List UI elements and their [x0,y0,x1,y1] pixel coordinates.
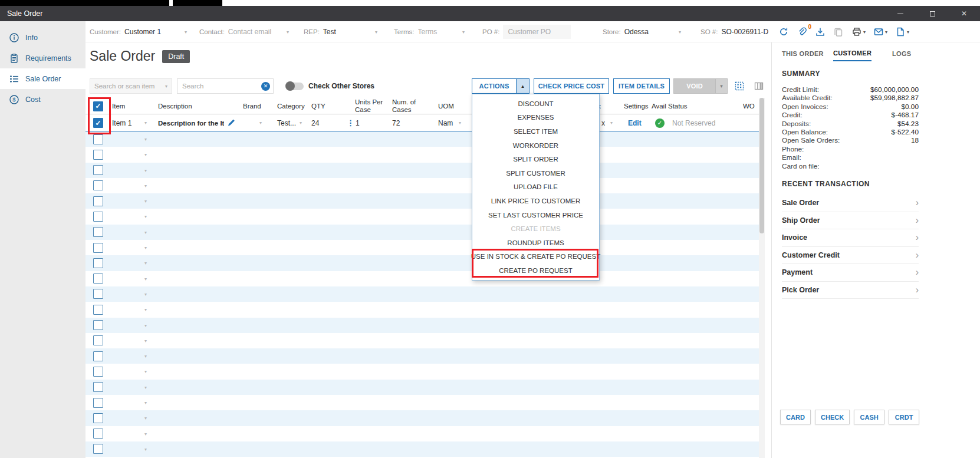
settings-edit-link[interactable]: Edit [628,114,652,131]
select-all-checkbox[interactable] [93,101,103,111]
row-checkbox[interactable] [93,227,103,237]
qty-menu-icon[interactable]: ⋮ [347,114,354,131]
edit-pencil-icon[interactable] [227,114,235,131]
row-checkbox[interactable] [93,118,103,128]
menu-item-use-in-stock-create-po-request[interactable]: USE IN STOCK & CREATE PO REQUEST [472,250,599,264]
copy-icon[interactable] [833,27,844,37]
recent-item-payment[interactable]: Payment› [782,264,919,282]
item-dropdown-caret[interactable]: ▾ [144,385,147,390]
menu-item-split-order[interactable]: SPLIT ORDER [472,152,599,166]
check-button[interactable]: CHECK [815,410,850,424]
search-input[interactable] [177,83,261,90]
row-checkbox[interactable] [93,444,103,454]
scrollbar-thumb[interactable] [759,98,764,233]
card-button[interactable]: CARD [780,410,811,424]
menu-item-split-customer[interactable]: SPLIT CUSTOMER [472,166,599,180]
item-dropdown-caret[interactable]: ▾ [144,245,147,251]
check-other-stores-toggle[interactable] [286,78,305,94]
row-checkbox[interactable] [93,429,103,439]
row-checkbox[interactable] [93,382,103,392]
item-dropdown-caret[interactable]: ▾ [144,307,147,312]
item-details-button[interactable]: ITEM DETAILS [613,78,670,94]
select-cells-icon[interactable] [734,81,745,91]
row-checkbox[interactable] [93,413,103,423]
uom-dropdown-caret[interactable]: ▾ [459,114,461,131]
row-checkbox[interactable] [93,367,103,377]
recent-item-sale-order[interactable]: Sale Order› [782,195,919,212]
new-document-icon[interactable]: ▾ [895,27,909,37]
columns-settings-icon[interactable] [754,81,764,91]
qty-cell[interactable]: 24 [311,114,335,131]
tab-this-order[interactable]: THIS ORDER [782,46,824,61]
sidebar-item-sale-order[interactable]: Sale Order [0,68,85,89]
recent-item-ship-order[interactable]: Ship Order› [782,212,919,230]
menu-item-upload-file[interactable]: UPLOAD FILE [472,180,599,195]
attachment-icon[interactable]: 0 [797,27,807,37]
row-checkbox[interactable] [93,335,103,345]
recent-item-customer-credit[interactable]: Customer Credit› [782,247,919,265]
sidebar-item-cost[interactable]: $ Cost [0,89,85,110]
row-checkbox[interactable] [93,320,103,330]
contact-dropdown[interactable]: Contact: Contact email ▾ [199,21,289,42]
item-dropdown-caret[interactable]: ▾ [144,152,147,157]
tab-logs[interactable]: LOGS [892,46,911,61]
row-checkbox[interactable] [93,243,103,253]
minimize-button[interactable] [884,6,916,21]
row-checkbox[interactable] [93,134,103,144]
vertical-scrollbar[interactable] [759,98,765,458]
close-button[interactable]: ✕ [948,6,980,21]
row-checkbox[interactable] [93,305,103,315]
item-dropdown-caret[interactable]: ▾ [144,230,147,235]
void-caret-button[interactable]: ▾ [716,78,728,94]
item-dropdown-caret[interactable]: ▾ [144,447,147,452]
email-icon[interactable]: ▾ [873,27,887,37]
row-checkbox[interactable] [93,289,103,299]
void-button[interactable]: VOID [673,78,716,94]
row-checkbox[interactable] [93,351,103,361]
store-dropdown[interactable]: Store: Odessa ▾ [603,21,681,42]
tab-customer[interactable]: CUSTOMER [833,46,872,61]
item-dropdown-caret[interactable]: ▾ [144,292,147,297]
brand-dropdown-caret[interactable]: ▾ [259,114,262,131]
category-dropdown-caret[interactable]: ▾ [300,114,302,131]
item-dropdown-caret[interactable]: ▾ [144,199,147,204]
menu-item-create-po-request[interactable]: CREATE PO REQUEST [472,263,599,278]
row-checkbox[interactable] [93,165,103,175]
item-dropdown-caret[interactable]: ▾ [144,137,147,142]
recent-item-pick-order[interactable]: Pick Order› [782,282,919,299]
menu-item-roundup-items[interactable]: ROUNDUP ITEMS [472,236,599,250]
row-checkbox[interactable] [93,150,103,160]
menu-item-expenses[interactable]: EXPENSES [472,111,599,125]
item-dropdown-caret[interactable]: ▾ [144,214,147,219]
item-dropdown-caret[interactable]: ▾ [144,276,147,282]
po-input[interactable] [503,25,571,39]
item-dropdown-caret[interactable]: ▾ [144,369,147,374]
tax-dropdown-caret[interactable]: ▾ [610,114,613,131]
actions-button[interactable]: ACTIONS [472,78,517,94]
item-dropdown-caret[interactable]: ▾ [144,168,147,173]
menu-item-link-price-to-customer[interactable]: LINK PRICE TO CUSTOMER [472,194,599,208]
terms-dropdown[interactable]: Terms: Terms ▾ [394,21,465,42]
menu-item-discount[interactable]: DISCOUNT [472,97,599,111]
row-checkbox[interactable] [93,196,103,206]
check-price-cost-button[interactable]: CHECK PRICE COST [534,78,609,94]
refresh-icon[interactable] [778,27,789,37]
item-scan-dropdown[interactable]: Search or scan item ▾ [90,78,172,94]
maximize-button[interactable] [916,6,948,21]
customer-dropdown[interactable]: Customer: Customer 1 ▾ [90,21,187,42]
clear-search-icon[interactable]: ✕ [261,82,270,91]
item-dropdown-caret[interactable]: ▾ [144,261,147,266]
actions-caret-button[interactable]: ▴ [517,78,530,94]
menu-item-select-item[interactable]: SELECT ITEM [472,124,599,139]
row-checkbox[interactable] [93,274,103,284]
item-dropdown-caret[interactable]: ▾ [144,323,147,328]
item-dropdown-caret[interactable]: ▾ [144,114,147,131]
item-dropdown-caret[interactable]: ▾ [144,416,147,421]
download-icon[interactable] [815,27,826,37]
menu-item-workorder[interactable]: WORKORDER [472,139,599,153]
item-dropdown-caret[interactable]: ▾ [144,354,147,359]
menu-item-set-last-customer-price[interactable]: SET LAST CUSTOMER PRICE [472,208,599,222]
print-icon[interactable]: ▾ [851,27,866,37]
row-checkbox[interactable] [93,180,103,190]
row-checkbox[interactable] [93,258,103,268]
